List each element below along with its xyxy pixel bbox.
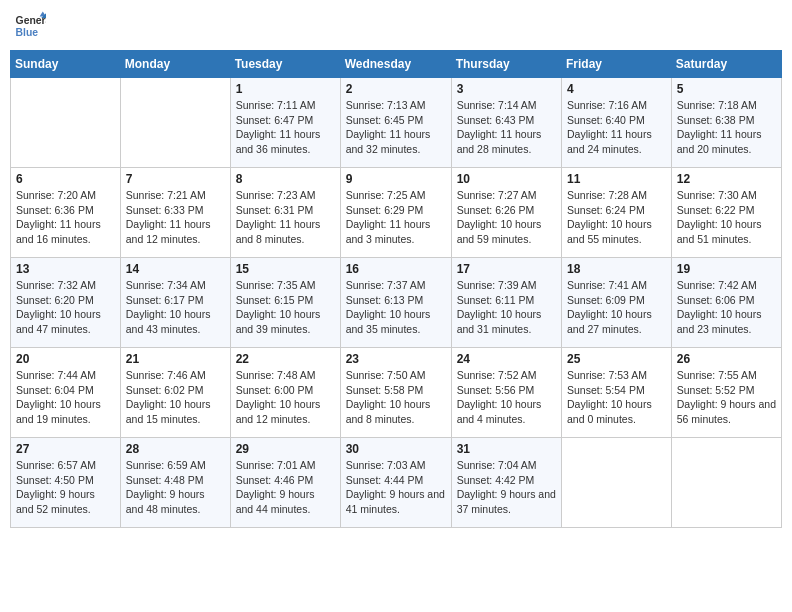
day-number: 10 [457,172,556,186]
calendar-cell [562,438,672,528]
day-number: 22 [236,352,335,366]
calendar-cell: 13Sunrise: 7:32 AM Sunset: 6:20 PM Dayli… [11,258,121,348]
calendar-cell: 24Sunrise: 7:52 AM Sunset: 5:56 PM Dayli… [451,348,561,438]
calendar-cell: 12Sunrise: 7:30 AM Sunset: 6:22 PM Dayli… [671,168,781,258]
day-info: Sunrise: 7:18 AM Sunset: 6:38 PM Dayligh… [677,98,776,157]
day-number: 3 [457,82,556,96]
day-info: Sunrise: 6:57 AM Sunset: 4:50 PM Dayligh… [16,458,115,517]
calendar-cell: 1Sunrise: 7:11 AM Sunset: 6:47 PM Daylig… [230,78,340,168]
calendar-cell: 5Sunrise: 7:18 AM Sunset: 6:38 PM Daylig… [671,78,781,168]
day-info: Sunrise: 7:23 AM Sunset: 6:31 PM Dayligh… [236,188,335,247]
day-header-tuesday: Tuesday [230,51,340,78]
day-info: Sunrise: 7:35 AM Sunset: 6:15 PM Dayligh… [236,278,335,337]
day-info: Sunrise: 7:27 AM Sunset: 6:26 PM Dayligh… [457,188,556,247]
day-info: Sunrise: 7:32 AM Sunset: 6:20 PM Dayligh… [16,278,115,337]
calendar-cell: 26Sunrise: 7:55 AM Sunset: 5:52 PM Dayli… [671,348,781,438]
calendar-cell: 9Sunrise: 7:25 AM Sunset: 6:29 PM Daylig… [340,168,451,258]
day-info: Sunrise: 6:59 AM Sunset: 4:48 PM Dayligh… [126,458,225,517]
day-info: Sunrise: 7:30 AM Sunset: 6:22 PM Dayligh… [677,188,776,247]
calendar-cell: 15Sunrise: 7:35 AM Sunset: 6:15 PM Dayli… [230,258,340,348]
calendar-cell: 19Sunrise: 7:42 AM Sunset: 6:06 PM Dayli… [671,258,781,348]
calendar-cell: 18Sunrise: 7:41 AM Sunset: 6:09 PM Dayli… [562,258,672,348]
week-row-3: 13Sunrise: 7:32 AM Sunset: 6:20 PM Dayli… [11,258,782,348]
week-row-5: 27Sunrise: 6:57 AM Sunset: 4:50 PM Dayli… [11,438,782,528]
calendar-cell: 6Sunrise: 7:20 AM Sunset: 6:36 PM Daylig… [11,168,121,258]
calendar-cell [11,78,121,168]
day-info: Sunrise: 7:13 AM Sunset: 6:45 PM Dayligh… [346,98,446,157]
calendar-cell: 23Sunrise: 7:50 AM Sunset: 5:58 PM Dayli… [340,348,451,438]
day-number: 19 [677,262,776,276]
calendar-cell [671,438,781,528]
week-row-1: 1Sunrise: 7:11 AM Sunset: 6:47 PM Daylig… [11,78,782,168]
calendar-cell: 17Sunrise: 7:39 AM Sunset: 6:11 PM Dayli… [451,258,561,348]
day-info: Sunrise: 7:04 AM Sunset: 4:42 PM Dayligh… [457,458,556,517]
calendar-cell: 31Sunrise: 7:04 AM Sunset: 4:42 PM Dayli… [451,438,561,528]
calendar-table: SundayMondayTuesdayWednesdayThursdayFrid… [10,50,782,528]
day-header-saturday: Saturday [671,51,781,78]
day-header-monday: Monday [120,51,230,78]
day-number: 5 [677,82,776,96]
day-header-wednesday: Wednesday [340,51,451,78]
calendar-cell: 14Sunrise: 7:34 AM Sunset: 6:17 PM Dayli… [120,258,230,348]
day-number: 8 [236,172,335,186]
days-header-row: SundayMondayTuesdayWednesdayThursdayFrid… [11,51,782,78]
logo-icon: General Blue [14,10,46,42]
day-number: 25 [567,352,666,366]
day-header-thursday: Thursday [451,51,561,78]
day-number: 21 [126,352,225,366]
calendar-cell: 4Sunrise: 7:16 AM Sunset: 6:40 PM Daylig… [562,78,672,168]
day-info: Sunrise: 7:11 AM Sunset: 6:47 PM Dayligh… [236,98,335,157]
day-number: 23 [346,352,446,366]
day-number: 18 [567,262,666,276]
day-header-friday: Friday [562,51,672,78]
day-info: Sunrise: 7:52 AM Sunset: 5:56 PM Dayligh… [457,368,556,427]
calendar-cell: 22Sunrise: 7:48 AM Sunset: 6:00 PM Dayli… [230,348,340,438]
day-info: Sunrise: 7:34 AM Sunset: 6:17 PM Dayligh… [126,278,225,337]
calendar-cell: 29Sunrise: 7:01 AM Sunset: 4:46 PM Dayli… [230,438,340,528]
calendar-cell: 10Sunrise: 7:27 AM Sunset: 6:26 PM Dayli… [451,168,561,258]
day-number: 29 [236,442,335,456]
day-info: Sunrise: 7:20 AM Sunset: 6:36 PM Dayligh… [16,188,115,247]
day-number: 30 [346,442,446,456]
day-info: Sunrise: 7:50 AM Sunset: 5:58 PM Dayligh… [346,368,446,427]
calendar-cell: 28Sunrise: 6:59 AM Sunset: 4:48 PM Dayli… [120,438,230,528]
day-number: 13 [16,262,115,276]
day-number: 28 [126,442,225,456]
day-number: 6 [16,172,115,186]
day-number: 16 [346,262,446,276]
calendar-cell: 27Sunrise: 6:57 AM Sunset: 4:50 PM Dayli… [11,438,121,528]
page-header: General Blue [10,10,782,42]
day-number: 4 [567,82,666,96]
day-number: 24 [457,352,556,366]
day-number: 12 [677,172,776,186]
day-info: Sunrise: 7:55 AM Sunset: 5:52 PM Dayligh… [677,368,776,427]
day-number: 17 [457,262,556,276]
day-number: 20 [16,352,115,366]
day-info: Sunrise: 7:25 AM Sunset: 6:29 PM Dayligh… [346,188,446,247]
day-number: 11 [567,172,666,186]
day-info: Sunrise: 7:48 AM Sunset: 6:00 PM Dayligh… [236,368,335,427]
day-info: Sunrise: 7:03 AM Sunset: 4:44 PM Dayligh… [346,458,446,517]
day-number: 2 [346,82,446,96]
day-info: Sunrise: 7:42 AM Sunset: 6:06 PM Dayligh… [677,278,776,337]
day-number: 15 [236,262,335,276]
day-number: 7 [126,172,225,186]
calendar-cell: 30Sunrise: 7:03 AM Sunset: 4:44 PM Dayli… [340,438,451,528]
day-number: 1 [236,82,335,96]
day-info: Sunrise: 7:39 AM Sunset: 6:11 PM Dayligh… [457,278,556,337]
calendar-cell: 11Sunrise: 7:28 AM Sunset: 6:24 PM Dayli… [562,168,672,258]
day-info: Sunrise: 7:01 AM Sunset: 4:46 PM Dayligh… [236,458,335,517]
calendar-cell: 21Sunrise: 7:46 AM Sunset: 6:02 PM Dayli… [120,348,230,438]
day-info: Sunrise: 7:21 AM Sunset: 6:33 PM Dayligh… [126,188,225,247]
day-info: Sunrise: 7:46 AM Sunset: 6:02 PM Dayligh… [126,368,225,427]
week-row-2: 6Sunrise: 7:20 AM Sunset: 6:36 PM Daylig… [11,168,782,258]
logo: General Blue [14,10,46,42]
calendar-cell: 7Sunrise: 7:21 AM Sunset: 6:33 PM Daylig… [120,168,230,258]
calendar-cell [120,78,230,168]
day-number: 27 [16,442,115,456]
calendar-cell: 8Sunrise: 7:23 AM Sunset: 6:31 PM Daylig… [230,168,340,258]
svg-text:Blue: Blue [16,27,39,38]
day-number: 9 [346,172,446,186]
calendar-cell: 16Sunrise: 7:37 AM Sunset: 6:13 PM Dayli… [340,258,451,348]
day-number: 31 [457,442,556,456]
